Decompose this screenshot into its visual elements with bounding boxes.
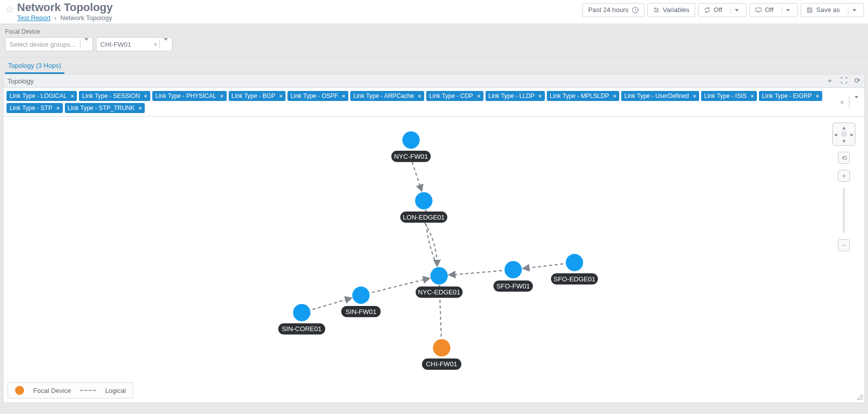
refresh-dropdown[interactable] — [730, 7, 743, 14]
refresh-icon — [704, 7, 711, 14]
link-type-chip[interactable]: Link Type - STP_TRUNK× — [65, 103, 145, 113]
time-range-label: Past 24 hours — [588, 6, 628, 15]
clear-focal-icon[interactable]: × — [152, 41, 160, 48]
chip-remove-icon[interactable]: × — [279, 93, 282, 99]
display-dropdown[interactable] — [782, 7, 794, 14]
pan-left-icon[interactable]: ◂ — [834, 131, 837, 138]
chip-remove-icon[interactable]: × — [220, 93, 223, 99]
svg-point-2 — [657, 10, 658, 11]
link-type-chip[interactable]: Link Type - CDP× — [426, 91, 484, 101]
node-circle-icon[interactable] — [293, 304, 311, 322]
chip-remove-icon[interactable]: × — [56, 105, 59, 111]
chip-dropdown[interactable] — [851, 98, 861, 106]
legend-focal-label: Focal Device — [33, 387, 71, 394]
legend-focal-swatch — [15, 386, 24, 395]
save-button[interactable]: Save as — [801, 3, 864, 17]
chip-remove-icon[interactable]: × — [816, 93, 819, 99]
display-button[interactable]: Off — [749, 3, 798, 17]
topology-node[interactable]: SIN-FW01 — [341, 286, 380, 317]
chip-label: Link Type - STP_TRUNK — [68, 105, 135, 112]
pan-control[interactable]: ▴ ▾ ◂ ▸ — [832, 123, 855, 146]
node-label: LON-EDGE01 — [403, 214, 445, 221]
chip-remove-icon[interactable]: × — [538, 93, 541, 99]
time-range-button[interactable]: Past 24 hours — [583, 3, 644, 17]
link-type-chip[interactable]: Link Type - LOGICAL× — [7, 91, 77, 101]
reload-icon[interactable]: ⟳ — [854, 76, 860, 85]
node-circle-icon[interactable] — [433, 339, 450, 357]
node-circle-icon[interactable] — [352, 286, 370, 304]
link-type-chip[interactable]: Link Type - SESSION× — [79, 91, 150, 101]
add-icon[interactable]: ＋ — [826, 76, 833, 85]
topology-node[interactable]: SFO-EDGE01 — [551, 254, 598, 284]
legend-logical-swatch — [80, 390, 96, 391]
link-type-chip[interactable]: Link Type - ARPCache× — [350, 91, 424, 101]
pan-up-icon[interactable]: ▴ — [842, 124, 846, 131]
focal-device-dropdown[interactable] — [160, 41, 172, 48]
chip-remove-icon[interactable]: × — [613, 93, 616, 99]
save-dropdown[interactable] — [848, 7, 860, 14]
link-type-chip[interactable]: Link Type - MPLSLDP× — [547, 91, 619, 101]
device-group-select[interactable]: Select device groups... — [5, 37, 93, 51]
chip-label: Link Type - LLDP — [489, 92, 535, 99]
focal-device-select[interactable]: CHI-FW01 × — [96, 37, 173, 51]
chevron-down-icon — [786, 9, 790, 12]
node-circle-icon[interactable] — [566, 254, 584, 271]
chip-remove-icon[interactable]: × — [144, 93, 147, 99]
chevron-down-icon — [164, 38, 168, 48]
chip-remove-icon[interactable]: × — [693, 93, 696, 99]
node-circle-icon[interactable] — [430, 267, 448, 285]
chip-label: Link Type - STP — [10, 105, 52, 112]
chip-remove-icon[interactable]: × — [418, 93, 421, 99]
topology-node[interactable]: CHI-FW01 — [422, 339, 461, 370]
link-type-chip[interactable]: Link Type - STP× — [7, 103, 63, 113]
chip-label: Link Type - PHYSICAL — [155, 92, 216, 99]
pan-down-icon[interactable]: ▾ — [842, 137, 846, 145]
chip-label: Link Type - BGP — [232, 92, 275, 99]
link-type-chip[interactable]: Link Type - EIGRP× — [759, 91, 822, 101]
link-type-chip[interactable]: Link Type - LLDP× — [486, 91, 545, 101]
chip-remove-icon[interactable]: × — [751, 93, 754, 99]
pan-right-icon[interactable]: ▸ — [850, 131, 854, 138]
zoom-out-button[interactable]: － — [838, 239, 850, 251]
chip-remove-icon[interactable]: × — [342, 93, 345, 99]
chip-remove-icon[interactable]: × — [477, 93, 480, 99]
link-type-chip[interactable]: Link Type - BGP× — [229, 91, 286, 101]
device-group-dropdown[interactable] — [80, 41, 92, 48]
node-label: NYC-FW01 — [394, 153, 428, 160]
chip-remove-icon[interactable]: × — [139, 105, 142, 111]
topology-node[interactable]: NYC-EDGE01 — [416, 267, 462, 298]
node-label: SFO-EDGE01 — [553, 275, 596, 283]
link-type-chip[interactable]: Link Type - OSPF× — [287, 91, 348, 101]
chip-label: Link Type - MPLSLDP — [550, 92, 609, 99]
fullscreen-icon[interactable]: ⛶ — [840, 76, 847, 85]
rotate-button[interactable]: ⟲ — [838, 152, 850, 164]
node-circle-icon[interactable] — [415, 192, 433, 210]
device-group-placeholder: Select device groups... — [6, 41, 80, 48]
resize-corner-icon[interactable]: ◿ — [857, 392, 862, 400]
clear-all-chips-icon[interactable]: × — [837, 98, 847, 106]
zoom-slider[interactable] — [843, 188, 845, 233]
chip-remove-icon[interactable]: × — [71, 93, 74, 99]
favorite-star-icon[interactable]: ☆ — [4, 2, 17, 15]
zoom-in-button[interactable]: ＋ — [838, 170, 850, 182]
svg-rect-4 — [756, 8, 761, 12]
topology-canvas[interactable]: NYC-FW01LON-EDGE01NYC-EDGE01SFO-FW01SFO-… — [3, 117, 865, 403]
node-circle-icon[interactable] — [403, 131, 420, 149]
topology-node[interactable]: NYC-FW01 — [392, 131, 431, 162]
topology-node[interactable]: SFO-FW01 — [494, 261, 533, 292]
node-label: SIN-CORE01 — [282, 325, 322, 333]
topology-node[interactable]: SIN-CORE01 — [278, 304, 325, 335]
focal-device-label: Focal Device — [5, 28, 863, 35]
breadcrumb-link[interactable]: Test Report — [17, 14, 50, 22]
chevron-down-icon — [735, 9, 739, 12]
link-type-chip[interactable]: Link Type - UserDefined× — [621, 91, 699, 101]
link-type-chip[interactable]: Link Type - PHYSICAL× — [152, 91, 227, 101]
variables-button[interactable]: Variables — [647, 3, 695, 17]
chevron-right-icon: › — [54, 14, 56, 22]
node-circle-icon[interactable] — [505, 261, 522, 279]
link-type-chip[interactable]: Link Type - ISIS× — [701, 91, 757, 101]
refresh-button[interactable]: Off — [698, 3, 746, 17]
topology-node[interactable]: LON-EDGE01 — [400, 192, 447, 223]
svg-rect-6 — [808, 11, 811, 13]
tab-topology[interactable]: Topology (3 Hops) — [5, 58, 64, 74]
